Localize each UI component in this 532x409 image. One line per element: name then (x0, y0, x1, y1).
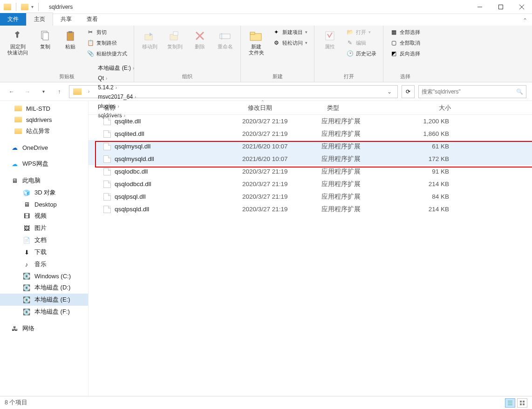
edit-button[interactable]: ✎编辑 (344, 38, 378, 47)
column-headers[interactable]: ⌃ 名称 修改日期 类型 大小 (89, 101, 532, 115)
sidebar-network[interactable]: 🖧网络 (0, 322, 88, 335)
view-details-button[interactable] (505, 398, 515, 408)
copy-icon (38, 29, 52, 42)
sidebar-item[interactable]: 站点异常 (0, 125, 88, 137)
invert-selection-button[interactable]: ◩反向选择 (388, 49, 422, 58)
status-bar: 8 个项目 (0, 396, 532, 409)
sidebar-wps[interactable]: ☁WPS网盘 (0, 158, 88, 170)
delete-button[interactable]: 删除 (189, 27, 211, 52)
column-type[interactable]: 类型 (321, 104, 396, 112)
tab-share[interactable]: 共享 (53, 13, 79, 26)
file-row[interactable]: qsqlmysql.dll2021/6/20 10:07应用程序扩展61 KB (89, 140, 532, 153)
refresh-button[interactable]: ⟳ (402, 85, 415, 98)
drive-win-icon: 💽 (22, 272, 31, 280)
sidebar-thispc[interactable]: 🖥此电脑 (0, 174, 88, 187)
search-input[interactable] (422, 88, 516, 95)
paste-shortcut-button[interactable]: 📎粘贴快捷方式 (85, 49, 129, 58)
file-row[interactable]: qsqlited.dll2020/3/27 21:19应用程序扩展1,860 K… (89, 127, 532, 140)
file-date: 2020/3/27 21:19 (242, 206, 321, 213)
pin-label: 固定到 快速访问 (7, 44, 28, 56)
breadcrumb-segment[interactable]: Qt› (94, 74, 140, 83)
sidebar-item[interactable]: 🧊3D 对象 (0, 187, 88, 199)
tab-view[interactable]: 查看 (79, 13, 105, 26)
breadcrumb-segment[interactable]: 本地磁盘 (E:)› (94, 63, 140, 74)
sidebar-item[interactable]: 🖥Desktop (0, 199, 88, 210)
column-date[interactable]: 修改日期 (242, 104, 321, 112)
properties-button[interactable]: 属性 (319, 27, 341, 52)
breadcrumb-segment[interactable]: msvc2017_64› (94, 92, 140, 101)
history-button[interactable]: 🕑历史记录 (344, 49, 378, 58)
easy-access-button[interactable]: ⚙轻松访问▾ (271, 38, 309, 47)
close-button[interactable] (511, 0, 532, 14)
pin-icon (11, 29, 25, 42)
column-name[interactable]: 名称 (89, 104, 242, 112)
sidebar-item[interactable]: 🎞视频 (0, 210, 88, 222)
sidebar-item[interactable]: ♪音乐 (0, 258, 88, 270)
new-item-icon: ✦ (273, 28, 280, 36)
move-to-button[interactable]: 移动到 (139, 27, 160, 52)
easy-access-icon: ⚙ (273, 39, 280, 47)
new-folder-button[interactable]: 新建 文件夹 (246, 27, 267, 58)
file-row[interactable]: qsqlpsql.dll2020/3/27 21:19应用程序扩展84 KB (89, 190, 532, 203)
navigation-pane[interactable]: MIL-STDsqldrivers站点异常 ☁OneDrive ☁WPS网盘 🖥… (0, 101, 89, 396)
rename-button[interactable]: 重命名 (214, 27, 236, 52)
select-none-button[interactable]: ▢全部取消 (388, 38, 422, 47)
svg-rect-8 (145, 34, 152, 40)
sidebar-onedrive[interactable]: ☁OneDrive (0, 142, 88, 153)
file-date: 2020/3/27 21:19 (242, 193, 321, 200)
back-button[interactable]: ← (6, 86, 18, 98)
sort-caret-icon: ⌃ (261, 100, 265, 104)
open-button[interactable]: 📂打开▾ (344, 27, 378, 37)
view-large-icons-button[interactable] (517, 398, 527, 408)
qat-dropdown-icon[interactable]: ▾ (31, 4, 34, 9)
select-all-button[interactable]: ▦全部选择 (388, 27, 422, 37)
file-name: qsqlpsqld.dll (115, 206, 149, 213)
recent-locations-button[interactable]: ▾ (37, 86, 49, 98)
copy-button[interactable]: 复制 (34, 27, 56, 52)
file-row[interactable]: qsqlodbcd.dll2020/3/27 21:19应用程序扩展214 KB (89, 178, 532, 190)
forward-button[interactable]: → (21, 86, 34, 98)
file-row[interactable]: qsqlpsqld.dll2020/3/27 21:19应用程序扩展214 KB (89, 203, 532, 215)
file-row[interactable]: qsqlmysqld.dll2021/6/20 10:07应用程序扩展172 K… (89, 153, 532, 165)
minimize-button[interactable] (469, 0, 490, 14)
dll-file-icon (103, 155, 111, 163)
up-button[interactable]: ↑ (53, 86, 65, 98)
column-size[interactable]: 大小 (396, 104, 457, 112)
file-row[interactable]: qsqlodbc.dll2020/3/27 21:19应用程序扩展91 KB (89, 165, 532, 178)
sidebar-item[interactable]: ⬇下载 (0, 246, 88, 258)
properties-icon (323, 29, 337, 42)
sidebar-item[interactable]: 💽Windows (C:) (0, 270, 88, 282)
copy-to-button[interactable]: 复制到 (164, 27, 185, 52)
tab-file[interactable]: 文件 (0, 13, 26, 26)
file-type: 应用程序扩展 (321, 205, 396, 214)
tab-home[interactable]: 主页 (26, 13, 53, 26)
sidebar-item[interactable]: 💽本地磁盘 (F:) (0, 306, 88, 318)
maximize-button[interactable] (490, 0, 511, 14)
sidebar-item[interactable]: 🖼图片 (0, 222, 88, 234)
pc-icon: 🖥 (10, 177, 19, 184)
pin-to-quickaccess-button[interactable]: 固定到 快速访问 (5, 27, 31, 58)
new-item-button[interactable]: ✦新建项目▾ (271, 27, 309, 37)
new-folder-icon (249, 29, 263, 42)
paste-button[interactable]: 粘贴 (60, 27, 81, 52)
drive-icon: 💽 (22, 284, 31, 291)
cut-button[interactable]: ✂剪切 (85, 27, 129, 37)
sidebar-item[interactable]: sqldrivers (0, 114, 88, 125)
svg-rect-23 (520, 403, 522, 405)
sidebar-item[interactable]: 💽本地磁盘 (D:) (0, 282, 88, 294)
sidebar-item[interactable]: 📄文档 (0, 234, 88, 246)
root-chevron[interactable]: › (84, 87, 93, 95)
address-bar[interactable]: › 本地磁盘 (E:)›Qt›5.14.2›msvc2017_64›plugin… (69, 85, 398, 98)
address-dropdown-icon[interactable]: ⌄ (383, 88, 396, 95)
sidebar-item[interactable]: MIL-STD (0, 103, 88, 114)
cloud-icon: ☁ (10, 144, 19, 151)
group-label: 组织 (139, 72, 236, 82)
file-row[interactable]: qsqlite.dll2020/3/27 21:19应用程序扩展1,200 KB (89, 115, 532, 127)
ribbon-collapse-button[interactable]: ⌃ (518, 15, 532, 26)
search-box[interactable]: 🔍 (418, 85, 526, 98)
breadcrumb-segment[interactable]: 5.14.2› (94, 83, 140, 92)
music-icon: ♪ (22, 261, 31, 268)
sidebar-item[interactable]: 💽本地磁盘 (E:) (0, 294, 88, 306)
copy-path-button[interactable]: 📋复制路径 (85, 38, 129, 47)
file-date: 2020/3/27 21:19 (242, 130, 321, 137)
